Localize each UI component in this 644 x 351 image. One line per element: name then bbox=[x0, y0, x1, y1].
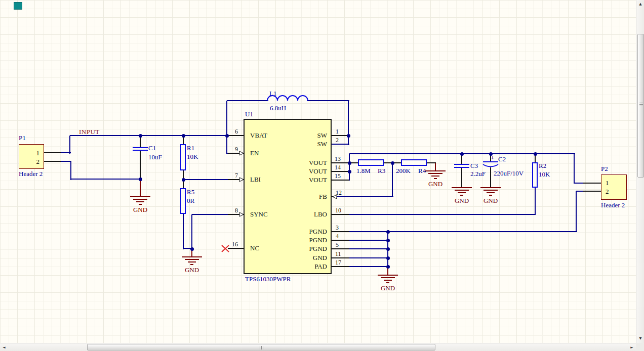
pin-lead[interactable] bbox=[332, 231, 349, 232]
wire-segment[interactable] bbox=[392, 163, 393, 197]
schematic-canvas[interactable]: INPUT P1 1 2 Header 2 C1 10uF R1 10K R5 … bbox=[0, 0, 636, 343]
u1-pin-pgnd3: PGND bbox=[263, 245, 327, 252]
c3-symbol-plate2[interactable] bbox=[454, 167, 469, 168]
pin-lead[interactable] bbox=[332, 257, 349, 258]
c1-symbol[interactable] bbox=[133, 147, 148, 148]
wire-segment[interactable] bbox=[349, 266, 388, 267]
p2-body[interactable] bbox=[601, 174, 627, 200]
wire-segment[interactable] bbox=[70, 161, 71, 180]
c1-symbol-plate2[interactable] bbox=[133, 150, 148, 151]
wire-segment[interactable] bbox=[227, 100, 268, 101]
wire-segment[interactable] bbox=[192, 214, 229, 215]
wire-segment[interactable] bbox=[61, 161, 71, 162]
c1-designator[interactable]: C1 bbox=[148, 145, 156, 152]
wire-segment[interactable] bbox=[574, 154, 575, 184]
pin-lead[interactable] bbox=[332, 248, 349, 249]
c2-symbol[interactable] bbox=[483, 161, 498, 162]
pin-lead[interactable] bbox=[140, 151, 141, 180]
c2-value[interactable]: 220uF/10V bbox=[494, 170, 524, 177]
c3-value[interactable]: 2.2uF bbox=[470, 170, 486, 178]
r1-symbol[interactable] bbox=[180, 144, 186, 170]
wire-segment[interactable] bbox=[307, 100, 349, 101]
pin-lead[interactable] bbox=[490, 167, 491, 187]
r2-designator[interactable]: R2 bbox=[539, 162, 546, 169]
wire-segment[interactable] bbox=[71, 179, 141, 180]
u1-pin11-number: 11 bbox=[335, 251, 341, 257]
scroll-left-button[interactable]: ◄ bbox=[0, 343, 8, 351]
net-label-input[interactable]: INPUT bbox=[79, 128, 100, 136]
r3-value[interactable]: 1.8M bbox=[356, 167, 371, 174]
wire-segment[interactable] bbox=[349, 231, 577, 232]
l1-coil-symbol[interactable] bbox=[267, 95, 308, 101]
wire-segment[interactable] bbox=[576, 191, 583, 192]
gnd-stem[interactable] bbox=[140, 179, 141, 196]
r1-designator[interactable]: R1 bbox=[187, 145, 194, 152]
wire-segment[interactable] bbox=[535, 188, 536, 215]
pin-lead[interactable] bbox=[461, 155, 462, 164]
pin-lead[interactable] bbox=[332, 162, 349, 163]
wire-segment[interactable] bbox=[69, 136, 70, 154]
lbi-input-arrow-icon bbox=[239, 177, 245, 182]
pin-lead[interactable] bbox=[583, 191, 601, 192]
pin-lead[interactable] bbox=[332, 180, 349, 181]
pin-lead[interactable] bbox=[228, 135, 244, 136]
pin-lead[interactable] bbox=[140, 137, 141, 147]
r5-designator[interactable]: R5 bbox=[187, 189, 194, 196]
wire-segment[interactable] bbox=[183, 214, 184, 249]
c1-value[interactable]: 10uF bbox=[148, 154, 162, 161]
r1-value[interactable]: 10K bbox=[187, 153, 198, 160]
vertical-scrollbar[interactable]: ▲ ▼ bbox=[636, 0, 644, 343]
pin-lead[interactable] bbox=[332, 240, 349, 241]
wire-segment[interactable] bbox=[349, 257, 388, 258]
pin-lead[interactable] bbox=[461, 168, 462, 187]
r5-symbol[interactable] bbox=[180, 188, 186, 214]
gnd-stem[interactable] bbox=[435, 163, 436, 171]
wire-segment[interactable] bbox=[332, 144, 349, 145]
r4-symbol[interactable] bbox=[401, 159, 427, 166]
r3-designator[interactable]: R3 bbox=[378, 167, 385, 174]
wire-segment[interactable] bbox=[183, 179, 229, 180]
c2-designator[interactable]: C2 bbox=[498, 156, 506, 163]
c3-designator[interactable]: C3 bbox=[470, 162, 478, 169]
scroll-up-button[interactable]: ▲ bbox=[636, 0, 644, 8]
pin-lead[interactable] bbox=[228, 248, 244, 249]
wire-segment[interactable] bbox=[349, 214, 536, 215]
wire-segment[interactable] bbox=[191, 214, 192, 249]
r5-value[interactable]: 0R bbox=[187, 197, 194, 204]
wire-segment[interactable] bbox=[335, 196, 393, 197]
p1-comment[interactable]: Header 2 bbox=[19, 170, 43, 178]
p2-designator[interactable]: P2 bbox=[601, 165, 608, 172]
horizontal-scrollbar[interactable]: ◄ ► bbox=[0, 343, 636, 351]
wire-segment[interactable] bbox=[349, 154, 350, 181]
l1-value[interactable]: 6.8uH bbox=[270, 105, 286, 112]
scroll-down-button[interactable]: ▼ bbox=[636, 334, 644, 342]
no-erc-cross-icon[interactable] bbox=[221, 245, 229, 252]
vertical-scroll-thumb[interactable] bbox=[637, 34, 644, 178]
wire-segment[interactable] bbox=[349, 248, 388, 249]
wire-segment[interactable] bbox=[348, 101, 349, 145]
pin-lead[interactable] bbox=[332, 171, 349, 172]
pin-lead[interactable] bbox=[332, 266, 349, 267]
pin-lead[interactable] bbox=[583, 183, 601, 184]
r2-value[interactable]: 10K bbox=[539, 171, 550, 178]
pin-lead[interactable] bbox=[44, 161, 61, 162]
selection-marker-icon bbox=[14, 2, 22, 10]
pin-lead[interactable] bbox=[332, 214, 349, 215]
pin-lead[interactable] bbox=[44, 152, 61, 153]
horizontal-scroll-thumb[interactable] bbox=[87, 344, 435, 350]
c2-curved-plate[interactable] bbox=[483, 164, 498, 169]
p1-designator[interactable]: P1 bbox=[19, 135, 26, 142]
scroll-right-button[interactable]: ► bbox=[628, 343, 636, 351]
u1-pin-lbi: LBI bbox=[250, 176, 261, 183]
u1-designator[interactable]: U1 bbox=[245, 111, 253, 118]
wire-segment[interactable] bbox=[574, 183, 584, 184]
r2-symbol[interactable] bbox=[532, 162, 538, 188]
r3-symbol[interactable] bbox=[358, 159, 384, 166]
r4-designator[interactable]: R4 bbox=[418, 167, 426, 174]
u1-comment[interactable]: TPS61030PWPR bbox=[245, 276, 291, 283]
r4-value[interactable]: 200K bbox=[396, 167, 411, 174]
p2-comment[interactable]: Header 2 bbox=[601, 202, 625, 209]
c3-symbol[interactable] bbox=[454, 164, 469, 165]
wire-segment[interactable] bbox=[576, 191, 577, 232]
wire-segment[interactable] bbox=[349, 240, 388, 241]
